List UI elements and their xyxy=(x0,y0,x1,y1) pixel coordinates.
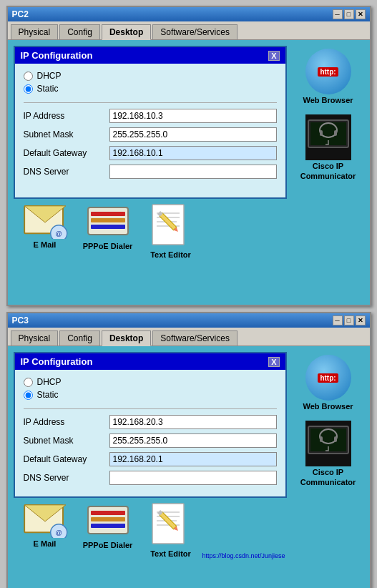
pc3-static-radio[interactable] xyxy=(24,391,33,400)
pc2-dhcp-option[interactable]: DHCP xyxy=(24,71,277,81)
pc3-email-icon[interactable]: @ E Mail xyxy=(16,502,74,558)
pc3-webbrowser-icon[interactable]: Web Browser xyxy=(296,352,361,413)
pc3-texteditor-label: Text Editor xyxy=(150,549,191,558)
pc2-cisco-icon[interactable]: Cisco IP Communicator xyxy=(296,112,361,183)
pc3-webbrowser-img xyxy=(305,355,351,401)
pc2-ip-config-close[interactable]: X xyxy=(268,51,279,61)
pc3-cisco-img xyxy=(305,421,351,466)
pc2-webbrowser-img xyxy=(305,49,351,94)
pc3-side-panel: Web Browser Cisco IP Communicator xyxy=(293,352,364,588)
pc2-static-option[interactable]: Static xyxy=(24,84,277,94)
pc2-dns-input[interactable] xyxy=(109,165,277,179)
svg-rect-7 xyxy=(91,225,125,229)
pc2-ip-input[interactable] xyxy=(109,109,277,123)
pc2-dhcp-radio[interactable] xyxy=(24,72,33,81)
pc2-bottom-icons: @ E Mail PPPoE Dialer xyxy=(14,199,287,263)
pc3-subnet-input[interactable] xyxy=(109,433,277,448)
pc2-gateway-input[interactable] xyxy=(109,146,277,160)
pc3-close-button[interactable]: ✕ xyxy=(356,315,366,325)
pc3-ip-input[interactable] xyxy=(109,415,277,429)
pc3-maximize-button[interactable]: □ xyxy=(344,315,354,325)
pc2-dns-row: DNS Server xyxy=(24,165,277,179)
svg-text:@: @ xyxy=(55,529,62,536)
pc3-texteditor-icon[interactable]: Text Editor xyxy=(142,502,200,558)
pc2-texteditor-icon[interactable]: Text Editor xyxy=(142,203,200,259)
svg-rect-27 xyxy=(91,511,125,515)
pc3-ip-config-header: IP Configuration X xyxy=(15,353,285,370)
tab-software[interactable]: Software/Services xyxy=(152,24,238,39)
pc2-webbrowser-icon[interactable]: Web Browser xyxy=(296,46,361,107)
pc2-title-bar: PC2 ─ □ ✕ xyxy=(8,7,370,21)
svg-rect-29 xyxy=(91,524,125,528)
pc3-tab-physical[interactable]: Physical xyxy=(11,330,59,346)
svg-rect-42 xyxy=(320,436,323,442)
tab-physical[interactable]: Physical xyxy=(11,24,59,39)
pc2-email-icon[interactable]: @ E Mail xyxy=(16,203,74,259)
pc3-dns-label: DNS Server xyxy=(24,473,109,483)
pc3-bottom-icons: @ E Mail PPPoE Dialer xyxy=(14,498,287,562)
svg-rect-28 xyxy=(91,517,125,521)
pc2-ip-row: IP Address xyxy=(24,109,277,123)
pc3-tab-desktop[interactable]: Desktop xyxy=(102,330,151,346)
pc3-window: PC3 ─ □ ✕ Physical Config Desktop Softwa… xyxy=(6,312,371,588)
pc2-window: PC2 ─ □ ✕ Physical Config Desktop Softwa… xyxy=(6,6,371,306)
pc3-radio-group: DHCP Static xyxy=(24,377,277,400)
pc3-cisco-icon[interactable]: Cisco IP Communicator xyxy=(296,418,361,489)
pc3-ip-row: IP Address xyxy=(24,415,277,429)
pc2-subnet-row: Subnet Mask xyxy=(24,127,277,142)
pc3-gateway-label: Default Gateway xyxy=(24,454,109,464)
svg-rect-43 xyxy=(334,436,337,442)
pc2-pppoe-icon[interactable]: PPPoE Dialer xyxy=(79,203,137,259)
pc2-static-label: Static xyxy=(37,84,59,94)
pc2-ip-config-title: IP Configuration xyxy=(21,50,93,61)
tab-desktop[interactable]: Desktop xyxy=(102,24,151,40)
pc3-tab-config[interactable]: Config xyxy=(59,330,100,346)
svg-text:@: @ xyxy=(55,230,62,237)
svg-rect-5 xyxy=(91,212,125,216)
pc2-content: IP Configuration X DHCP Static xyxy=(8,40,370,305)
pc2-ip-config: IP Configuration X DHCP Static xyxy=(14,46,287,199)
pc2-subnet-label: Subnet Mask xyxy=(24,129,109,139)
texteditor-svg xyxy=(151,203,191,249)
pc3-main-panel: IP Configuration X DHCP Static xyxy=(14,352,287,588)
pc2-ip-config-body: DHCP Static IP Address Subnet Mask xyxy=(15,64,285,197)
maximize-button[interactable]: □ xyxy=(344,9,354,19)
pc3-minimize-button[interactable]: ─ xyxy=(333,315,343,325)
pc2-main-panel: IP Configuration X DHCP Static xyxy=(14,46,287,299)
pc3-email-svg: @ xyxy=(22,502,68,538)
pc3-static-option[interactable]: Static xyxy=(24,390,277,400)
pc3-dns-row: DNS Server xyxy=(24,471,277,485)
pc3-pppoe-svg xyxy=(85,502,131,539)
pc2-side-panel: Web Browser Cisco IP Communicator xyxy=(293,46,364,299)
pc3-pppoe-icon[interactable]: PPPoE Dialer xyxy=(79,502,137,558)
tab-config[interactable]: Config xyxy=(59,24,100,39)
pc3-tab-software[interactable]: Software/Services xyxy=(152,330,238,346)
pc2-texteditor-label: Text Editor xyxy=(150,250,191,259)
pc3-dhcp-option[interactable]: DHCP xyxy=(24,377,277,387)
pc3-ip-label: IP Address xyxy=(24,417,109,427)
pc2-ip-label: IP Address xyxy=(24,111,109,121)
watermark: https://blog.csdn.net/Junjiese xyxy=(202,548,285,561)
pc3-ip-config-close[interactable]: X xyxy=(268,357,279,367)
pc3-pppoe-label: PPPoE Dialer xyxy=(83,541,133,549)
pc2-subnet-input[interactable] xyxy=(109,127,277,142)
minimize-button[interactable]: ─ xyxy=(333,9,343,19)
title-bar-buttons: ─ □ ✕ xyxy=(333,9,366,19)
pc2-static-radio[interactable] xyxy=(24,84,33,94)
close-button[interactable]: ✕ xyxy=(356,9,366,19)
pc3-ip-config-title: IP Configuration xyxy=(21,356,93,367)
watermark-text: https://blog.csdn.net/Junjiese xyxy=(202,552,285,559)
svg-rect-21 xyxy=(334,130,337,136)
pc2-email-label: E Mail xyxy=(34,240,57,249)
pc3-cisco-label: Cisco IP xyxy=(313,468,343,476)
pc3-title: PC3 xyxy=(12,315,29,325)
svg-rect-20 xyxy=(320,130,323,136)
pc3-dns-input[interactable] xyxy=(109,471,277,485)
pc3-dhcp-label: DHCP xyxy=(37,377,62,387)
pc3-gateway-input[interactable] xyxy=(109,452,277,466)
pc3-email-label: E Mail xyxy=(34,539,57,548)
pc2-cisco-label: Cisco IP xyxy=(313,162,343,170)
pc2-cisco-img xyxy=(305,114,351,160)
pc3-webbrowser-label: Web Browser xyxy=(303,402,353,411)
pc3-dhcp-radio[interactable] xyxy=(24,378,33,387)
